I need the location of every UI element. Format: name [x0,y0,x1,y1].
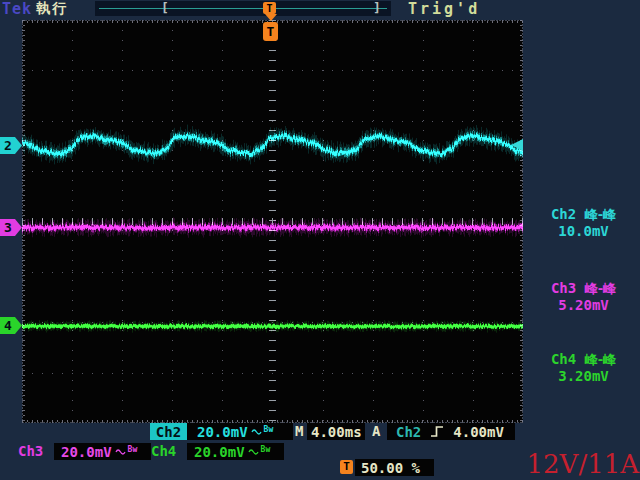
rising-edge-icon [430,425,444,438]
measurement-ch2-pkpk: Ch2 峰-峰 10.0mV [527,206,640,239]
trigger-position-marker-icon: T [263,2,276,14]
measurement-ch3-pkpk: Ch3 峰-峰 5.20mV [527,280,640,313]
coupling-sine-icon [248,447,259,457]
ch2-scale-readout: 20.0mV Bw [187,423,293,440]
coupling-sine-icon [251,427,262,437]
ch4-scale-readout: 20.0mV Bw [187,443,284,460]
trigger-position-readout: 50.00 % [355,459,434,476]
measurement-value: 5.20mV [527,297,640,313]
ch2-scale-value: 20.0mV [197,424,248,440]
measurement-channel: Ch4 [551,351,576,367]
trigger-prefix: A [372,423,380,440]
trigger-level-arrow-icon [511,139,523,151]
ch3-scale-value: 20.0mV [61,444,112,460]
record-length-line [99,8,387,9]
bandwidth-limit-icon: Bw [261,446,271,454]
watermark-label: 12V/11A [521,449,639,479]
ch4-scale-value: 20.0mV [194,444,245,460]
ch2-readout-badge: Ch2 [150,423,187,440]
window-right-bracket: ] [373,0,381,15]
timebase-prefix: M [295,423,303,440]
ch4-readout-label: Ch4 [151,443,176,460]
trigger-status: Trig'd [408,0,480,18]
coupling-sine-icon [115,447,126,457]
ch4-position-marker: 4 [0,317,22,334]
trigger-source: Ch2 [396,424,421,440]
measurement-label: 峰-峰 [585,281,616,296]
oscilloscope-screen: Tek 執行 [ ] T Trig'd T 2 3 4 Ch2 峰-峰 10.0… [0,0,640,480]
timebase-readout: 4.00ms [307,423,365,440]
measurement-value: 3.20mV [527,368,640,384]
measurement-ch4-pkpk: Ch4 峰-峰 3.20mV [527,351,640,384]
measurement-channel: Ch2 [551,206,576,222]
tek-logo: Tek [2,0,32,18]
trigger-position-flag-icon: T [263,22,278,41]
measurement-label: 峰-峰 [585,207,616,222]
ch3-position-marker: 3 [0,219,22,236]
run-status: 執行 [36,0,68,18]
trigger-readout: Ch2 4.00mV [387,423,515,440]
trigger-position-t-icon: T [340,460,353,474]
measurement-channel: Ch3 [551,280,576,296]
ch3-readout-label: Ch3 [18,443,43,460]
trigger-position-arrow-icon [265,14,277,21]
bandwidth-limit-icon: Bw [264,426,274,434]
ch3-scale-readout: 20.0mV Bw [54,443,151,460]
acquisition-preview-bar: [ ] T [95,1,391,16]
measurement-value: 10.0mV [527,223,640,239]
trigger-level-value: 4.00mV [453,424,504,440]
window-left-bracket: [ [161,0,169,15]
bandwidth-limit-icon: Bw [128,446,138,454]
ch2-position-marker: 2 [0,137,22,154]
graticule-canvas [22,20,523,423]
measurement-label: 峰-峰 [585,352,616,367]
